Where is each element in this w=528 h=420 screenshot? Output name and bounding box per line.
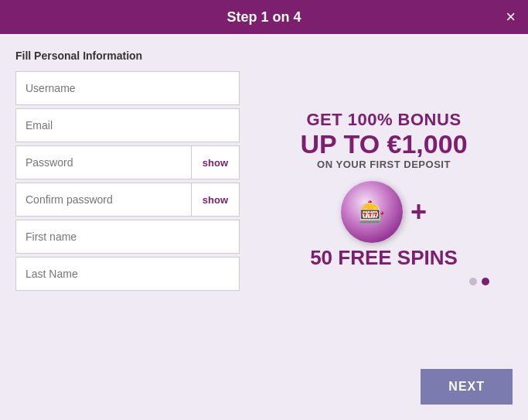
email-field-container xyxy=(15,108,240,142)
close-button[interactable]: × xyxy=(506,9,516,26)
modal-header: Step 1 on 4 × xyxy=(0,0,528,34)
carousel-dots xyxy=(271,278,497,285)
modal-footer: NEXT xyxy=(0,361,528,420)
password-input[interactable] xyxy=(16,146,191,179)
modal: Step 1 on 4 × Fill Personal Information … xyxy=(0,0,528,420)
last-name-field-container xyxy=(15,257,240,291)
dot-1[interactable] xyxy=(469,278,477,285)
last-name-input[interactable] xyxy=(16,258,239,290)
step-title: Step 1 on 4 xyxy=(227,9,301,26)
email-input[interactable] xyxy=(16,109,239,142)
first-name-field-container xyxy=(15,220,240,254)
confirm-password-input[interactable] xyxy=(16,183,191,216)
dot-2[interactable] xyxy=(482,278,489,285)
free-spins-label: 50 FREE SPINS xyxy=(310,246,458,270)
confirm-password-show-button[interactable]: show xyxy=(191,183,239,216)
password-field-container: show xyxy=(15,145,240,179)
bonus-line2: UP TO €1,000 xyxy=(300,130,467,159)
password-show-button[interactable]: show xyxy=(191,146,239,179)
left-panel: Fill Personal Information show show xyxy=(15,50,240,346)
username-input[interactable] xyxy=(16,72,239,104)
plus-row: 🎰 + xyxy=(341,181,427,243)
coin-icon: 🎰 xyxy=(341,181,403,243)
bonus-line1: GET 100% BONUS xyxy=(306,110,461,130)
confirm-password-field-container: show xyxy=(15,183,240,217)
bonus-area: GET 100% BONUS UP TO €1,000 ON YOUR FIRS… xyxy=(300,110,467,271)
plus-icon: + xyxy=(410,196,427,228)
first-name-input[interactable] xyxy=(16,220,239,253)
modal-body: Fill Personal Information show show xyxy=(0,34,528,361)
section-title: Fill Personal Information xyxy=(15,50,240,62)
next-button[interactable]: NEXT xyxy=(421,369,513,405)
right-panel: GET 100% BONUS UP TO €1,000 ON YOUR FIRS… xyxy=(255,50,513,346)
bonus-line3: ON YOUR FIRST DEPOSIT xyxy=(317,159,451,170)
username-field-container xyxy=(15,71,240,105)
